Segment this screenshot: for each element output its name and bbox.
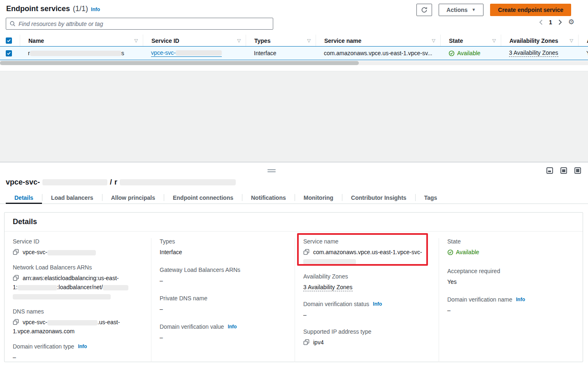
row-name-cell: r s — [20, 50, 143, 56]
copy-icon[interactable] — [13, 275, 19, 281]
column-header-service-name[interactable]: Service name▽ — [316, 35, 440, 47]
row-service-id-cell: vpce-svc- — [143, 49, 246, 57]
details-card-body: Service ID vpce-svc- Network Load Balanc… — [5, 232, 583, 362]
details-column-2: Types Interface Gateway Load Balancers A… — [151, 238, 295, 362]
redacted-title-name — [120, 179, 236, 185]
tab-tags[interactable]: Tags — [416, 193, 446, 204]
select-all-checkbox[interactable] — [6, 37, 12, 44]
settings-gear-icon[interactable]: ⚙ — [568, 19, 574, 26]
field-domain-verification-name: Domain verification name Info – — [447, 296, 573, 315]
create-endpoint-service-button[interactable]: Create endpoint service — [490, 4, 571, 16]
details-card: Details Service ID vpce-svc- Network Loa… — [4, 212, 583, 362]
redacted-title-id — [42, 179, 107, 185]
field-service-name: Service name com.amazonaws.vpce.us-east-… — [303, 238, 429, 266]
sort-icon[interactable]: ▽ — [135, 38, 138, 43]
field-types: Types Interface — [160, 238, 285, 257]
info-link[interactable]: Info — [228, 324, 237, 330]
column-header-state[interactable]: State▽ — [440, 35, 501, 47]
panel-size-large-icon[interactable] — [574, 167, 581, 174]
panel-title: vpce-svc- / r — [6, 178, 236, 187]
redacted-arn-tail — [13, 294, 111, 299]
panel-resize-handle[interactable] — [267, 169, 276, 173]
column-header-service-id[interactable]: Service ID▽ — [143, 35, 246, 47]
service-id-link[interactable]: vpce-svc- — [151, 49, 222, 57]
tab-details[interactable]: Details — [6, 193, 42, 204]
row-checkbox[interactable] — [6, 50, 12, 56]
redacted-dns — [47, 320, 98, 325]
row-service-name-cell: com.amazonaws.vpce.us-east-1.vpce-sv... — [316, 50, 440, 56]
row-select-cell — [0, 50, 20, 56]
previous-page-icon[interactable] — [539, 19, 543, 25]
field-availability-zones: Availability Zones 3 Availability Zones — [303, 273, 429, 292]
refresh-icon — [421, 7, 428, 13]
panel-tabs: Details Load balancers Allow principals … — [0, 193, 588, 204]
column-header-availability-zones[interactable]: Availability Zones▽ — [501, 35, 578, 47]
copy-icon[interactable] — [303, 249, 309, 255]
copy-icon[interactable] — [303, 339, 309, 345]
current-page[interactable]: 1 — [549, 19, 552, 26]
panel-layout-controls — [546, 167, 581, 174]
sort-icon[interactable]: ▽ — [237, 38, 241, 43]
sort-icon[interactable]: ▽ — [307, 38, 311, 43]
field-supported-ip: Supported IP address type ipv4 — [303, 328, 429, 347]
info-link[interactable]: Info — [516, 297, 525, 302]
field-acceptance-required: Acceptance required Yes — [447, 268, 573, 286]
column-header-acceptance[interactable]: A — [578, 35, 588, 47]
details-column-4: State Available Accept — [439, 238, 583, 362]
row-state-cell: Available — [440, 50, 501, 56]
redacted-account-id — [18, 285, 57, 290]
field-domain-verification-status: Domain verification status Info – — [303, 301, 429, 319]
copy-icon[interactable] — [13, 249, 19, 255]
tab-load-balancers[interactable]: Load balancers — [42, 193, 102, 204]
select-all-cell — [0, 35, 20, 47]
field-domain-verification-type: Domain verification type Info – — [13, 343, 141, 362]
actions-label: Actions — [446, 7, 467, 13]
actions-button[interactable]: Actions ▼ — [439, 4, 483, 16]
redacted-name — [30, 51, 121, 56]
table-header: Name▽ Service ID▽ Types▽ Service name▽ S… — [0, 35, 588, 47]
tab-allow-principals[interactable]: Allow principals — [102, 193, 164, 204]
field-state: State Available — [447, 238, 573, 258]
search-input[interactable] — [19, 21, 270, 27]
column-header-name[interactable]: Name▽ — [20, 35, 143, 47]
panel-size-medium-icon[interactable] — [560, 167, 567, 174]
field-nlb-arns: Network Load Balancers ARNs arn:aws:elas… — [13, 264, 141, 301]
availability-zones-link[interactable]: 3 Availability Zones — [303, 284, 353, 291]
details-column-1: Service ID vpce-svc- Network Load Balanc… — [5, 238, 151, 362]
sort-icon[interactable]: ▽ — [432, 38, 435, 43]
create-label: Create endpoint service — [498, 7, 563, 13]
panel-size-small-icon[interactable] — [546, 167, 553, 174]
column-header-types[interactable]: Types▽ — [246, 35, 316, 47]
page-title-text: Endpoint services — [6, 5, 70, 13]
field-gwlb-arns: Gateway Load Balancers ARNs – — [160, 267, 285, 285]
table-row[interactable]: r s vpce-svc- Interface com.amazonaws.vp… — [0, 46, 588, 60]
tab-contributor-insights[interactable]: Contributor Insights — [342, 193, 415, 204]
check-circle-icon — [449, 50, 455, 56]
next-page-icon[interactable] — [558, 19, 562, 25]
search-box[interactable] — [6, 18, 273, 30]
tab-notifications[interactable]: Notifications — [242, 193, 295, 204]
search-icon — [9, 21, 16, 27]
toolbar-actions: Actions ▼ Create endpoint service — [416, 4, 571, 16]
status-badge: Available — [457, 50, 481, 56]
details-column-3: Service name com.amazonaws.vpce.us-east-… — [295, 238, 439, 362]
horizontal-scrollbar[interactable] — [0, 61, 588, 65]
copy-icon[interactable] — [13, 319, 19, 325]
scrollbar-thumb[interactable] — [0, 61, 359, 65]
availability-zones-link[interactable]: 3 Availability Zones — [509, 49, 558, 57]
redacted-service-id — [176, 50, 222, 56]
tab-endpoint-connections[interactable]: Endpoint connections — [164, 193, 242, 204]
info-link[interactable]: Info — [78, 344, 87, 349]
field-service-id: Service ID vpce-svc- — [13, 238, 141, 257]
resource-count: (1/1) — [73, 5, 88, 13]
redacted-service-name-tail — [303, 259, 356, 264]
sort-icon[interactable]: ▽ — [493, 38, 496, 43]
redacted-lb-name — [103, 285, 128, 290]
refresh-button[interactable] — [416, 4, 432, 16]
sort-icon[interactable]: ▽ — [570, 38, 573, 43]
tab-monitoring[interactable]: Monitoring — [295, 193, 342, 204]
row-availability-zones-cell: 3 Availability Zones — [501, 49, 578, 57]
title-info-link[interactable]: Info — [91, 7, 100, 12]
check-circle-icon — [447, 249, 453, 255]
info-link[interactable]: Info — [373, 301, 382, 307]
